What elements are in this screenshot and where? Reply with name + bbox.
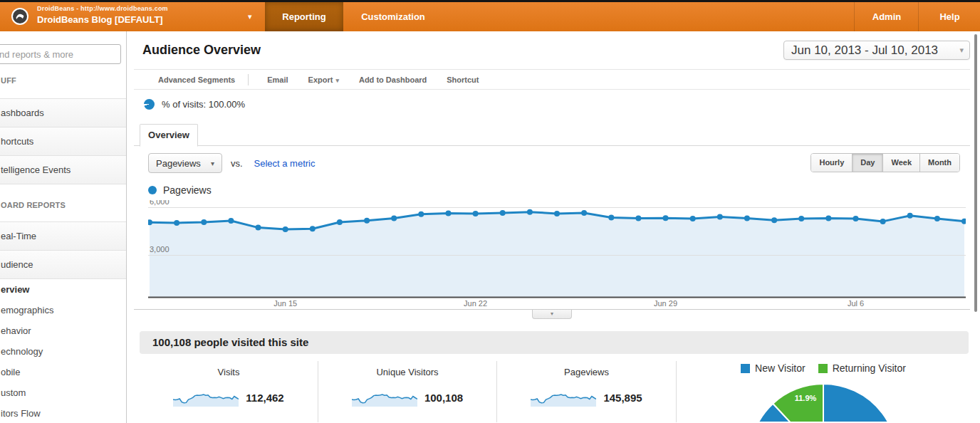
pageviews-chart: 3,0006,000Jun 15Jun 22Jun 29Jul 6 — [148, 200, 966, 308]
pageviews-legend-dot — [148, 186, 157, 194]
metric-unique-visitors: Unique Visitors 100,108 — [318, 361, 497, 422]
svg-text:Jun 29: Jun 29 — [654, 299, 677, 308]
chevron-down-icon: ▾ — [959, 41, 964, 59]
sidebar-item-custom[interactable]: ustom — [0, 382, 126, 403]
metric-visits: Visits 112,462 — [140, 361, 318, 422]
sidebar-section-list: ashboards hortcuts telligence Events — [0, 98, 126, 184]
granularity-button-group: Hourly Day Week Month — [810, 153, 960, 172]
sidebar-item-visitors-flow[interactable]: itors Flow — [0, 403, 126, 423]
svg-text:Jun 22: Jun 22 — [464, 299, 487, 308]
visitors-summary-banner: 100,108 people visited this site — [140, 331, 969, 354]
sidebar-item-technology[interactable]: echnology — [0, 341, 126, 362]
chevron-down-icon: ▾ — [211, 160, 214, 167]
sidebar-section-list: eal-Time udience — [0, 221, 126, 279]
sidebar-item-mobile[interactable]: obile — [0, 362, 126, 382]
export-button[interactable]: Export▾ — [308, 75, 339, 84]
tab-overview[interactable]: Overview — [140, 124, 198, 147]
property-label: DroidBeans Blog [DEFAULT] — [37, 14, 168, 25]
sidebar-item-real-time[interactable]: eal-Time — [0, 222, 126, 251]
summary-metrics-row: Visits 112,462 Unique Visitors 100,108 P… — [134, 361, 970, 423]
report-toolbar: Advanced Segments Email Export▾ Add to D… — [134, 69, 970, 90]
chart-legend: Pageviews — [148, 184, 970, 196]
new-visitor-swatch — [741, 364, 750, 373]
visitor-pie-chart: 11.9% — [745, 380, 902, 422]
granularity-hourly-button[interactable]: Hourly — [811, 154, 852, 172]
pie-legend: New Visitor Returning Visitor — [677, 362, 970, 374]
date-range-text: Jun 10, 2013 - Jul 10, 2013 — [791, 41, 969, 59]
segment-pie-icon — [144, 99, 155, 110]
chart-controls-row: Pageviews ▾ vs. Select a metric Hourly D… — [148, 153, 970, 173]
help-link[interactable]: Help — [918, 2, 980, 31]
pageviews-sparkline — [531, 388, 596, 407]
unique-visitors-sparkline — [352, 388, 417, 407]
segment-bar: % of visits: 100.00% — [134, 90, 970, 118]
segment-label: % of visits: 100.00% — [162, 99, 245, 110]
vs-label: vs. — [231, 158, 243, 169]
report-search-box — [0, 44, 121, 64]
granularity-month-button[interactable]: Month — [919, 154, 959, 172]
metric-label: Unique Visitors — [318, 367, 496, 377]
metric-value: 112,462 — [246, 392, 283, 404]
search-input[interactable] — [0, 45, 120, 63]
granularity-day-button[interactable]: Day — [852, 154, 882, 172]
sidebar-section-header: OARD REPORTS — [1, 197, 126, 213]
main-content: Audience Overview Jun 10, 2013 - Jul 10,… — [134, 31, 970, 423]
chart-bottom-rule: ▾ — [134, 309, 970, 320]
tab-customization[interactable]: Customization — [343, 2, 443, 31]
legend-label: Returning Visitor — [833, 362, 906, 374]
metric-label: Pageviews — [497, 367, 676, 377]
sidebar-item-overview[interactable]: erview — [0, 279, 126, 300]
account-property-switcher[interactable]: DroidBeans - http://www.droidbeans.com D… — [37, 5, 168, 25]
legend-label: New Visitor — [755, 362, 806, 374]
metric-value: 100,108 — [424, 392, 463, 404]
toolbar-divider — [248, 74, 249, 85]
metric-label: Visits — [140, 367, 318, 377]
visits-sparkline — [173, 388, 239, 407]
metric-selector-value: Pageviews — [156, 158, 201, 169]
shortcut-button[interactable]: Shortcut — [447, 75, 479, 84]
svg-text:3,000: 3,000 — [150, 245, 170, 254]
window-scrollbar — [971, 31, 980, 423]
metric-selector-dropdown[interactable]: Pageviews ▾ — [148, 153, 222, 173]
svg-text:Jul 6: Jul 6 — [848, 299, 864, 308]
chevron-down-icon: ▾ — [335, 77, 339, 84]
visitor-type-block: New Visitor Returning Visitor 11.9% — [677, 361, 970, 422]
sidebar: UFF ashboards hortcuts telligence Events… — [0, 31, 127, 423]
date-range-selector[interactable]: Jun 10, 2013 - Jul 10, 2013 ▾ — [783, 41, 970, 60]
sidebar-section-header: UFF — [1, 73, 126, 88]
timeline-chart-area: 3,0006,000Jun 15Jun 22Jun 29Jul 6 — [148, 200, 966, 308]
report-tab-row: Overview — [134, 125, 970, 146]
svg-text:6,000: 6,000 — [150, 200, 170, 206]
top-navigation-bar: DroidBeans - http://www.droidbeans.com D… — [0, 0, 980, 31]
pageviews-legend-label: Pageviews — [163, 184, 212, 196]
timeline-collapse-handle[interactable]: ▾ — [532, 310, 572, 319]
metric-value: 145,895 — [603, 392, 642, 404]
scrollbar-thumb[interactable] — [974, 34, 977, 312]
chevron-down-icon: ▾ — [248, 12, 252, 21]
legend-new-visitor: New Visitor — [741, 362, 806, 374]
tab-reporting[interactable]: Reporting — [265, 2, 343, 31]
advanced-segments-button[interactable]: Advanced Segments — [158, 75, 235, 84]
add-to-dashboard-button[interactable]: Add to Dashboard — [359, 75, 427, 84]
analytics-logo-icon[interactable] — [11, 8, 28, 25]
globe-icon — [13, 9, 27, 24]
granularity-week-button[interactable]: Week — [882, 154, 919, 172]
admin-link[interactable]: Admin — [854, 2, 919, 31]
email-button[interactable]: Email — [267, 75, 288, 84]
sidebar-item-audience[interactable]: udience — [0, 251, 126, 279]
legend-returning-visitor: Returning Visitor — [818, 362, 906, 374]
svg-text:11.9%: 11.9% — [795, 394, 817, 402]
returning-visitor-swatch — [818, 364, 828, 373]
select-metric-link[interactable]: Select a metric — [254, 158, 316, 169]
sidebar-item-behavior[interactable]: ehavior — [0, 320, 126, 341]
tab-row-divider — [134, 145, 970, 146]
svg-text:Jun 15: Jun 15 — [273, 299, 297, 308]
sidebar-item-demographics[interactable]: emographics — [0, 300, 126, 320]
sidebar-sub-list: erview emographics ehavior echnology obi… — [0, 279, 126, 423]
sidebar-item-intelligence-events[interactable]: telligence Events — [0, 156, 126, 184]
window-top-strip — [0, 0, 980, 2]
account-label: DroidBeans - http://www.droidbeans.com — [37, 5, 168, 12]
sidebar-item-dashboards[interactable]: ashboards — [0, 99, 126, 127]
app-window: DroidBeans - http://www.droidbeans.com D… — [0, 0, 980, 423]
sidebar-item-shortcuts[interactable]: hortcuts — [0, 127, 126, 156]
